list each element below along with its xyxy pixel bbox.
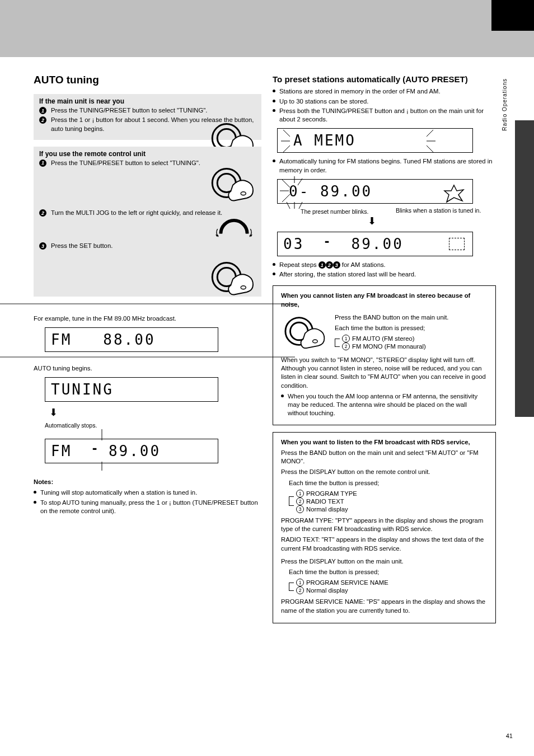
svg-point-28 bbox=[313, 340, 318, 343]
fm-mono-note: When you cannot listen any FM broadcast … bbox=[273, 285, 496, 425]
svg-point-5 bbox=[241, 192, 246, 195]
rds-c3: 3 bbox=[296, 505, 304, 513]
lcd-fm8900: FM ▬ 89.00 bbox=[45, 439, 218, 463]
multi-jog-icon bbox=[214, 214, 254, 243]
press-button-icon-3 bbox=[208, 257, 258, 298]
lcd-03-8900: 03 ▬ 89.00 bbox=[277, 232, 473, 256]
down-arrow-2: ⬇ bbox=[368, 215, 500, 227]
rds-title: When you want to listen to the FM broadc… bbox=[281, 438, 488, 447]
svg-line-11 bbox=[283, 130, 290, 137]
note-1: Tuning will stop automatically when a st… bbox=[34, 489, 261, 497]
svg-line-13 bbox=[283, 145, 290, 152]
rds-note: When you want to listen to the FM broadc… bbox=[273, 432, 496, 623]
dashed-indicator bbox=[449, 238, 465, 250]
last-station-line: After storing, the station stored last w… bbox=[273, 270, 500, 279]
mono-title: When you cannot listen any FM broadcast … bbox=[281, 292, 488, 309]
svg-line-25 bbox=[299, 202, 302, 209]
ap-intro2: Up to 30 stations can be stored. bbox=[273, 97, 500, 106]
side-tab-label: Radio Operations bbox=[502, 78, 513, 131]
rds-ps-normal: Normal display bbox=[306, 587, 348, 594]
press-button-icon-4 bbox=[281, 311, 329, 353]
rds-rt: RADIO TEXT bbox=[306, 498, 344, 505]
lcd-fm8800-band: FM bbox=[51, 331, 72, 348]
example-lead: For example, tune in the FM 89.00 MHz br… bbox=[34, 314, 261, 323]
page-header bbox=[0, 0, 534, 57]
svg-line-16 bbox=[427, 145, 433, 152]
auto-begins-label: AUTO tuning begins. bbox=[34, 364, 261, 373]
rds-each2: Each time the button is pressed; bbox=[289, 479, 488, 487]
circ-2: 2 bbox=[342, 342, 350, 350]
ap-intro3: Press both the TUNING/PRESET button and … bbox=[273, 107, 500, 124]
lcd-amemo: A MEMO bbox=[277, 128, 473, 153]
circ-1: 1 bbox=[342, 335, 350, 342]
tuned-blink-label: Blinks when a station is tuned in. bbox=[396, 207, 481, 214]
svg-line-21 bbox=[298, 179, 302, 185]
ifremote-title: If you use the remote control unit bbox=[39, 150, 256, 158]
rds-normal: Normal display bbox=[306, 506, 348, 513]
ifremote-step3: Press the SET button. bbox=[51, 242, 256, 250]
rds-lead2: Press the DISPLAY button on the remote c… bbox=[281, 468, 488, 476]
repeat-line: Repeat steps 123 for AM stations. bbox=[273, 261, 500, 269]
lcd-fm8900-freq: 89.00 bbox=[109, 443, 161, 459]
note-2: To stop AUTO tuning manually, press the … bbox=[34, 499, 261, 516]
step-badge-2b: 2 bbox=[39, 209, 46, 217]
ifclose-box: If the main unit is near you 1Press the … bbox=[34, 94, 261, 140]
lcd-03-preset: 03 bbox=[283, 236, 304, 252]
ap-intro4: Automatically tuning for FM stations beg… bbox=[273, 157, 500, 175]
rds-pty: PROGRAM TYPE bbox=[306, 490, 357, 497]
blink-star-icon bbox=[443, 184, 465, 204]
step-ref-2: 2 bbox=[326, 261, 333, 269]
svg-marker-22 bbox=[444, 185, 463, 202]
page-number: 41 bbox=[506, 732, 513, 739]
mono-para: When you switch to "FM MONO", "STEREO" d… bbox=[281, 356, 488, 390]
rds-psblock: PROGRAM SERVICE NAME: "PS" appears in th… bbox=[281, 598, 488, 615]
ifclose-title: If the main unit is near you bbox=[39, 97, 256, 105]
rds-ps: PROGRAM SERVICE NAME bbox=[306, 579, 388, 586]
lcd-03-freq: 89.00 bbox=[352, 236, 404, 252]
lcd-fm8800: FM 88.00 bbox=[45, 327, 218, 352]
autopreset-heading: To preset stations automatically (AUTO P… bbox=[273, 74, 500, 85]
rds-ps-c2: 2 bbox=[296, 586, 304, 594]
step-ref-3: 3 bbox=[333, 261, 340, 269]
mono-fmmono: FM MONO (FM monaural) bbox=[352, 343, 426, 350]
autostop-label: Automatically stops. bbox=[45, 422, 97, 429]
lcd-fm8900-band: FM bbox=[51, 443, 72, 459]
rds-c1: 1 bbox=[296, 490, 304, 497]
lcd-tuning: TUNING bbox=[45, 377, 218, 402]
preset-blink-label: The preset number blinks. bbox=[301, 208, 368, 215]
lcd-fm8800-freq: 88.00 bbox=[103, 331, 155, 348]
svg-line-23 bbox=[287, 202, 290, 209]
ifremote-box: If you use the remote control unit 1Pres… bbox=[34, 147, 261, 297]
step-badge-2: 2 bbox=[39, 116, 46, 124]
auto-tuning-heading: AUTO tuning bbox=[34, 74, 261, 86]
mono-note: When you touch the AM loop antenna or FM… bbox=[281, 392, 488, 418]
svg-point-8 bbox=[241, 286, 246, 289]
step-badge-1: 1 bbox=[39, 107, 46, 114]
rds-c2: 2 bbox=[296, 497, 304, 505]
down-arrow: ⬇ bbox=[49, 406, 261, 419]
lcd-tuning-text: TUNING bbox=[51, 381, 114, 398]
svg-line-17 bbox=[282, 180, 290, 187]
svg-line-14 bbox=[427, 130, 433, 137]
mono-each: Each time the button is pressed; bbox=[335, 324, 488, 332]
side-tab-dark bbox=[515, 120, 534, 417]
rds-each3: Each time the button is pressed; bbox=[289, 568, 488, 576]
corner-tab bbox=[491, 0, 534, 31]
rds-lead1: Press the BAND button on the main unit a… bbox=[281, 449, 488, 466]
rds-rtblock: RADIO TEXT: "RT" appears in the display … bbox=[281, 536, 488, 553]
rds-ptyblock: PROGRAM TYPE: "PTY" appears in the displ… bbox=[281, 516, 488, 534]
step-badge-3b: 3 bbox=[39, 242, 46, 250]
ap-intro1: Stations are stored in memory in the ord… bbox=[273, 87, 500, 96]
step-ref-1: 1 bbox=[318, 261, 326, 269]
step-badge-1b: 1 bbox=[39, 159, 46, 167]
rds-ps-c1: 1 bbox=[296, 579, 304, 586]
lcd-0-8900: 0- 89.00 bbox=[277, 179, 473, 204]
mono-fm: FM AUTO (FM stereo) bbox=[352, 335, 415, 342]
press-button-icon-2 bbox=[208, 163, 258, 204]
ifclose-step1: Press the TUNING/PRESET button to select… bbox=[51, 106, 256, 115]
rds-pslead: Press the DISPLAY button on the main uni… bbox=[281, 557, 488, 566]
mono-lead: Press the BAND button on the main unit. bbox=[335, 313, 488, 322]
notes-heading: Notes: bbox=[34, 478, 261, 486]
